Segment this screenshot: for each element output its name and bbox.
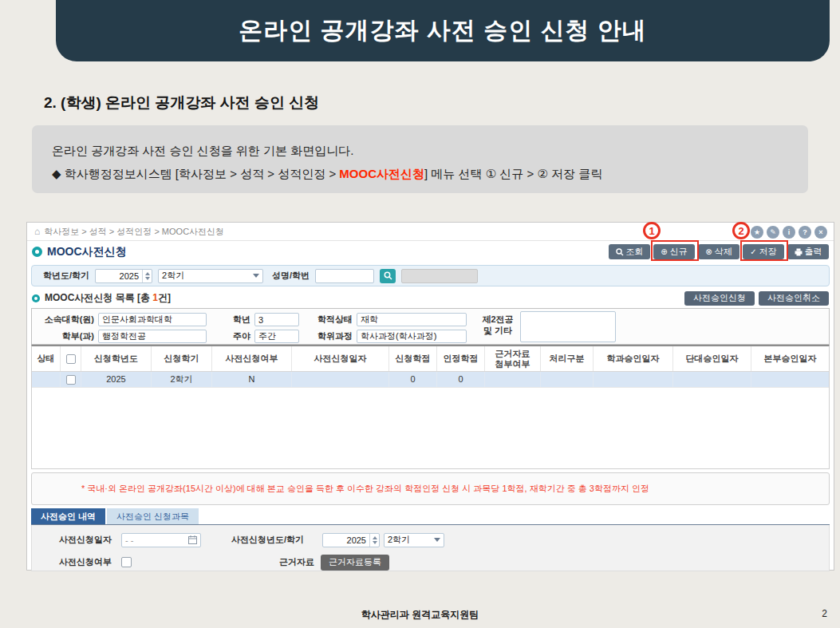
chevron-down-icon (434, 538, 440, 542)
row-checkbox[interactable] (66, 375, 76, 385)
list-title: MOOC사전신청 목록 [총 1건] (45, 291, 171, 305)
info-icon[interactable]: i (783, 226, 795, 239)
search-icon (384, 271, 392, 280)
annotation-save-button-box (740, 240, 788, 261)
annotation-step2-circle: 2 (732, 222, 750, 239)
application-list-table: 상태 신청학년도 신청학기 사전신청여부 사전신청일자 신청학점 인정학점 근거… (31, 345, 830, 469)
daynight-value: 주간 (258, 330, 276, 342)
pre-approval-apply-button[interactable]: 사전승인신청 (684, 291, 755, 306)
title-banner: 온라인 공개강좌 사전 승인 신청 안내 (56, 0, 830, 61)
close-icon[interactable]: × (814, 226, 827, 239)
cell-status (32, 372, 61, 387)
tab-pre-approval-detail[interactable]: 사전승인 내역 (31, 508, 105, 524)
header-checkbox-cell (61, 346, 81, 371)
query-button-label: 조회 (626, 246, 644, 258)
detail-form: 사전신청일자 - - 사전신청년도/학기 2025 2학기 사전신청여부 근거자… (31, 525, 830, 571)
spinner-arrows-icon[interactable] (142, 270, 152, 282)
grade-field: 3 (254, 313, 299, 326)
pre-apply-date-input[interactable]: - - (121, 533, 201, 547)
printer-icon (795, 248, 803, 256)
cell-apply-year: 2025 (81, 372, 152, 387)
title-bullet-icon (32, 247, 42, 257)
daynight-field: 주간 (254, 330, 299, 343)
pre-apply-flag-checkbox[interactable] (121, 557, 132, 567)
guide-line2: ◆ 학사행정정보시스템 [학사정보 > 성적 > 성적인정 > MOOC사전신청… (52, 162, 788, 185)
pre-approval-cancel-button[interactable]: 사전승인취소 (759, 291, 829, 306)
cell-checkbox (61, 372, 81, 387)
student-info-panel: 소속대학(원) 인문사회과학대학 학년 3 학적상태 재학 학부(과) 행정학전… (31, 308, 830, 345)
header-evidence-attached: 근거자료 첨부여부 (485, 346, 541, 371)
annotation-new-button-box (651, 240, 699, 261)
table-header-row: 상태 신청학년도 신청학기 사전신청여부 사전신청일자 신청학점 인정학점 근거… (32, 346, 829, 372)
college-label: 소속대학(원) (38, 314, 94, 326)
credit-note-box: * 국내·외 온라인 공개강좌(15시간 이상)에 대해 본교 승인을 득한 후… (31, 472, 830, 505)
second-major-field (520, 311, 616, 342)
college-field: 인문사회과학대학 (98, 313, 207, 326)
print-button[interactable]: 출력 (787, 244, 829, 259)
detail-form-row1: 사전신청일자 - - 사전신청년도/학기 2025 2학기 (59, 532, 829, 547)
cell-evidence-attached (485, 372, 541, 387)
query-button[interactable]: 조회 (609, 244, 650, 259)
home-icon[interactable]: ⌂ (34, 227, 40, 236)
student-name-display (401, 269, 478, 283)
term-select[interactable]: 2학기 (158, 269, 263, 283)
header-dept-approval-date: 학과승인일자 (594, 346, 673, 371)
guide-line2-suffix: ] 메뉴 선택 ① 신규 > ② 저장 클릭 (424, 167, 602, 180)
x-circle-icon: ⊗ (705, 248, 712, 256)
year-spinner[interactable]: 2025 (95, 269, 152, 283)
breadcrumb-bar: ⌂ 학사정보 > 성적 > 성적인정 > MOOC사전신청 ★ ✎ i ? × (27, 223, 834, 241)
page-title: MOOC사전신청 (47, 245, 127, 259)
select-all-checkbox[interactable] (66, 354, 76, 364)
cell-process-type (541, 372, 594, 387)
dept-field: 행정학전공 (98, 330, 207, 343)
list-count: 1 (152, 292, 158, 303)
second-major-label: 제2전공 및 기타 (479, 314, 517, 336)
spinner-arrows-icon[interactable] (369, 534, 379, 547)
cell-hq-approval-date (751, 372, 829, 387)
grade-label: 학년 (211, 314, 250, 326)
header-recognized-credits: 인정학점 (437, 346, 485, 371)
header-applied-credits: 신청학점 (389, 346, 437, 371)
header-college-approval-date: 단대승인일자 (673, 346, 751, 371)
list-title-suffix: 건] (158, 292, 171, 303)
list-action-buttons: 사전승인신청 사전승인취소 (684, 291, 829, 306)
header-process-type: 처리구분 (541, 346, 594, 371)
cell-recognized-credits: 0 (437, 372, 485, 387)
filter-bar: 학년도/학기 2025 2학기 성명/학번 (31, 265, 830, 286)
evidence-register-button[interactable]: 근거자료등록 (321, 555, 389, 571)
cell-apply-term: 2학기 (152, 372, 212, 387)
cell-pre-apply-date (292, 372, 389, 387)
breadcrumb[interactable]: 학사정보 > 성적 > 성적인정 > MOOC사전신청 (44, 226, 224, 238)
delete-button[interactable]: ⊗ 삭제 (698, 244, 739, 259)
credit-note-text: * 국내·외 온라인 공개강좌(15시간 이상)에 대해 본교 승인을 득한 후… (81, 483, 649, 495)
guide-line1: 온라인 공개강좌 사전 승인 신청을 위한 기본 화면입니다. (52, 139, 788, 162)
table-row[interactable]: 2025 2학기 N 0 0 (32, 372, 829, 388)
pre-apply-year-spinner[interactable]: 2025 (322, 533, 380, 547)
dept-value: 행정학전공 (102, 330, 146, 342)
college-value: 인문사회과학대학 (102, 314, 172, 326)
daynight-label: 주야 (211, 330, 250, 342)
degree-label: 학위과정 (303, 330, 353, 342)
cell-college-approval-date (673, 372, 751, 387)
year-value: 2025 (120, 271, 139, 281)
student-search-button[interactable] (380, 269, 396, 283)
detail-tabs: 사전승인 내역 사전승인 신청과목 (31, 508, 830, 525)
help-icon[interactable]: ? (799, 226, 811, 239)
header-pre-apply-flag: 사전신청여부 (212, 346, 292, 371)
favorite-icon[interactable]: ★ (751, 226, 763, 239)
list-title-prefix: MOOC사전신청 목록 [총 (45, 292, 152, 303)
pre-apply-term-select[interactable]: 2학기 (384, 533, 444, 547)
cell-dept-approval-date (594, 372, 673, 387)
tab-pre-approval-courses[interactable]: 사전승인 신청과목 (107, 508, 199, 524)
footer-team: 학사관리과 원격교육지원팀 (0, 608, 840, 622)
list-bullet-icon (32, 294, 40, 302)
evidence-label: 근거자료 (279, 556, 314, 568)
page-title-row: MOOC사전신청 조회 ⊕ 신규 ⊗ 삭제 ✓ 저장 출력 (27, 241, 834, 263)
edit-icon[interactable]: ✎ (767, 226, 779, 239)
header-pre-apply-date: 사전신청일자 (292, 346, 389, 371)
toolbar: 조회 ⊕ 신규 ⊗ 삭제 ✓ 저장 출력 (609, 244, 829, 259)
year-term-label: 학년도/학기 (43, 270, 89, 282)
pre-apply-flag-label: 사전신청여부 (59, 556, 121, 568)
name-id-input[interactable] (315, 269, 374, 283)
header-hq-approval-date: 본부승인일자 (751, 346, 829, 371)
